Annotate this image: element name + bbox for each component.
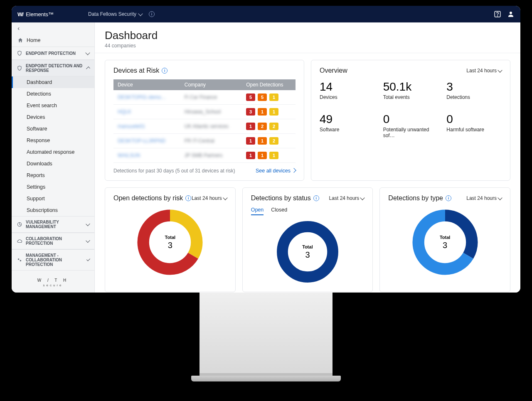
tab-open[interactable]: Open [251, 207, 264, 215]
detection-pill: 2 [269, 137, 278, 145]
card-title: Devices at Risk i [113, 67, 167, 74]
table-row[interactable]: manuuele01UK Atlantic services122 [113, 119, 296, 134]
sidebar-item-downloads[interactable]: Downloads [12, 158, 94, 170]
company-picker[interactable]: Data Fellows Security i [88, 11, 155, 17]
svg-point-2 [510, 12, 512, 14]
device-name: DESKTOP-LL3RPND [118, 138, 165, 144]
chevron-down-icon [498, 68, 502, 72]
info-icon[interactable]: i [185, 195, 191, 201]
sidebar: ‹‹ Home ENDPOINT PROTECTION ENDPOINT DET… [12, 22, 95, 293]
overview-stat: 3Detections [446, 80, 502, 100]
chevron-down-icon [86, 257, 90, 261]
devices-table: Device Company Open Detections DESKTOP01… [113, 79, 296, 163]
detection-pill: 5 [246, 93, 255, 101]
sidebar-item-dashboard[interactable]: Dashboard [12, 76, 94, 88]
detection-pill: 1 [258, 137, 267, 145]
detection-pill: 1 [258, 152, 267, 159]
info-icon[interactable]: i [313, 195, 319, 201]
chevron-down-icon [85, 50, 90, 55]
brand-logo-icon: W/ [17, 11, 23, 17]
sidebar-item-event-search[interactable]: Event search [12, 100, 94, 111]
chevron-up-icon [86, 66, 90, 71]
overview-stat: 49Software [320, 113, 375, 138]
brand-name: Elements™ [26, 11, 54, 17]
sidebar-item-response[interactable]: Response [12, 135, 94, 146]
svg-point-5 [20, 260, 22, 261]
sidebar-section-mcp[interactable]: MANAGEMENT - COLLABORATION PROTECTION [12, 249, 94, 271]
detection-pill: 1 [269, 152, 278, 159]
detection-pill: 2 [269, 123, 278, 130]
page-title: Dashboard [105, 29, 510, 42]
svg-point-4 [18, 258, 20, 260]
sidebar-item-reports[interactable]: Reports [12, 170, 94, 181]
open-detections-by-risk-card: Open detections by riski Last 24 hours T… [105, 187, 236, 292]
info-icon[interactable]: i [446, 195, 451, 201]
chevron-down-icon [360, 195, 365, 200]
shield-icon [17, 65, 22, 71]
risk-filter[interactable]: Last 24 hours [192, 195, 227, 201]
tab-closed[interactable]: Closed [271, 207, 287, 215]
chevron-down-icon [498, 195, 502, 200]
home-icon [17, 37, 23, 43]
gear-icon [17, 257, 22, 263]
sidebar-collapse-button[interactable]: ‹‹ [12, 22, 94, 34]
content-area: Dashboard 44 companies Devices at Risk i [95, 22, 520, 293]
overview-stat: 14Devices [320, 80, 375, 100]
sidebar-section-cp[interactable]: COLLABORATION PROTECTION [12, 233, 94, 249]
detection-pill: 1 [246, 123, 255, 130]
sidebar-item-software[interactable]: Software [12, 123, 94, 135]
company-name: Data Fellows Security [88, 11, 136, 17]
sidebar-item-automated-response[interactable]: Automated response [12, 146, 94, 158]
see-all-devices-link[interactable]: See all devices [256, 168, 296, 174]
info-icon[interactable]: i [162, 68, 167, 74]
company-cell: UK Atlantic services [185, 123, 229, 129]
detections-by-status-card: Detections by statusi Last 24 hours Open… [242, 187, 373, 292]
device-name: HQLK [118, 109, 131, 115]
status-filter[interactable]: Last 24 hours [329, 195, 365, 201]
sidebar-section-vm[interactable]: VULNERABILITY MANAGEMENT [12, 216, 94, 233]
device-name: manuuele01 [118, 123, 145, 129]
table-row[interactable]: HQLKHiroawa_School311 [113, 105, 296, 119]
radar-icon [17, 221, 22, 227]
company-cell: FR IT-Central [185, 138, 214, 144]
chevron-down-icon [138, 11, 143, 16]
device-name: WAILSUN [118, 153, 140, 158]
detections-by-type-card: Detections by typei Last 24 hours Total3 [379, 187, 510, 292]
table-row[interactable]: DESKTOP-LL3RPNDFR IT-Central112 [113, 134, 296, 148]
chevron-down-icon [86, 238, 90, 243]
chevron-down-icon [86, 221, 90, 226]
shield-icon [17, 50, 22, 56]
table-row[interactable]: WAILSUNJP SMB Partners111 [113, 148, 296, 163]
page-subtitle: 44 companies [105, 43, 510, 49]
chevron-down-icon [223, 195, 227, 200]
chevron-right-icon [291, 168, 296, 172]
top-bar: W/ Elements™ Data Fellows Security i [12, 6, 520, 22]
company-cell: Hiroawa_School [185, 109, 221, 115]
sidebar-section-epp[interactable]: ENDPOINT PROTECTION [12, 47, 94, 60]
user-icon[interactable] [507, 10, 515, 18]
sidebar-item-subscriptions[interactable]: Subscriptions [12, 204, 94, 216]
detection-pill: 1 [246, 137, 255, 145]
sidebar-item-devices[interactable]: Devices [12, 111, 94, 123]
detection-pill: 1 [246, 152, 255, 159]
info-icon[interactable]: i [149, 11, 155, 17]
company-cell: JP SMB Partners [185, 153, 223, 158]
company-cell: Fi Car Finance [185, 94, 217, 100]
type-filter[interactable]: Last 24 hours [466, 195, 502, 201]
table-row[interactable]: DESKTOP01-demo…Fi Car Finance551 [113, 90, 296, 105]
footer-logo: W / T H secure [12, 271, 94, 293]
sidebar-item-detections[interactable]: Detections [12, 88, 94, 100]
detection-pill: 5 [258, 93, 267, 101]
brand: W/ Elements™ [17, 11, 88, 17]
sidebar-item-home[interactable]: Home [12, 34, 94, 47]
cloud-icon [17, 238, 22, 244]
sidebar-section-edr[interactable]: ENDPOINT DETECTION AND RESPONSE [12, 60, 94, 76]
sidebar-item-support[interactable]: Support [12, 193, 94, 204]
overview-card: Overview Last 24 hours 14Devices50.1kTot… [311, 60, 510, 181]
sidebar-item-settings[interactable]: Settings [12, 181, 94, 193]
devices-footer-note: Detections for past 30 days (5 out of 31… [113, 168, 235, 174]
overview-filter[interactable]: Last 24 hours [466, 68, 502, 74]
detection-pill: 1 [269, 93, 278, 101]
overview-stat: 50.1kTotal events [383, 80, 438, 100]
help-icon[interactable] [494, 10, 501, 18]
